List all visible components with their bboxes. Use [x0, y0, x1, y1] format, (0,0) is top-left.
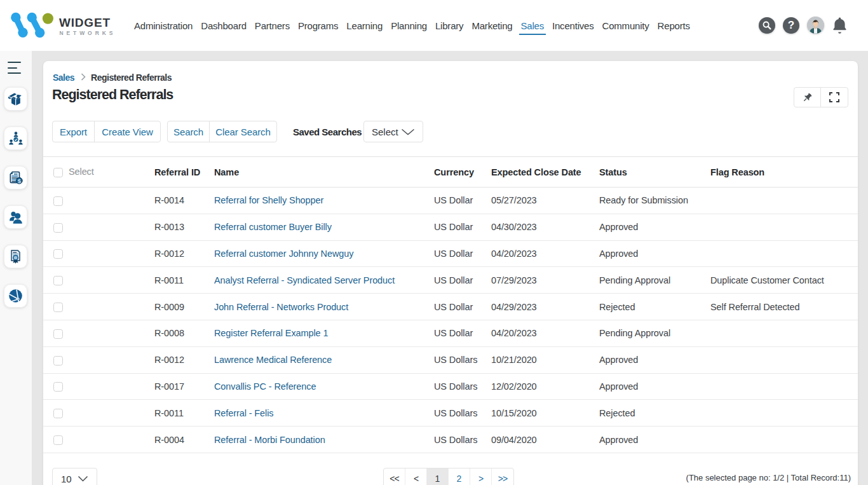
svg-text:NETWORKS: NETWORKS	[60, 30, 116, 36]
svg-text:WIDGET: WIDGET	[59, 16, 111, 29]
svg-text:$: $	[17, 177, 21, 184]
